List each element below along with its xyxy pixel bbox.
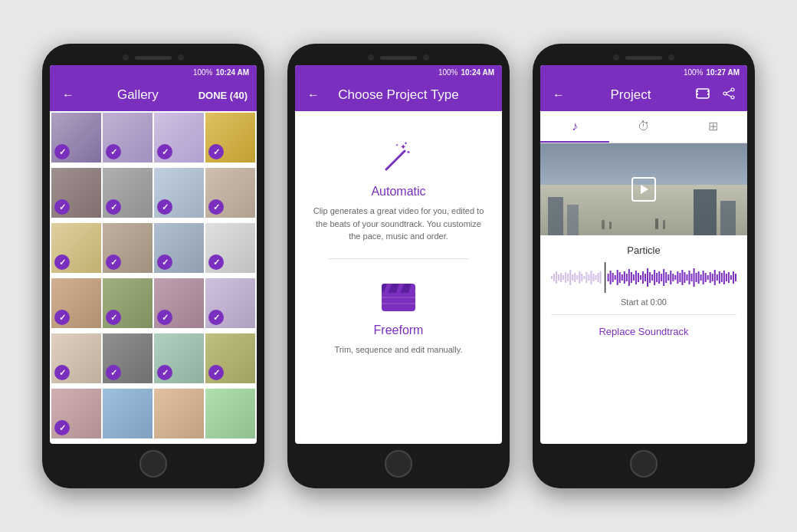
done-button[interactable]: DONE (40) <box>198 90 248 101</box>
svg-rect-106 <box>728 272 730 283</box>
check-icon-7 <box>157 199 172 215</box>
svg-rect-105 <box>726 274 727 281</box>
gallery-cell-11[interactable] <box>154 223 204 273</box>
back-button-2[interactable]: ← <box>304 88 323 102</box>
svg-rect-56 <box>612 273 614 282</box>
tab-clock[interactable]: ⏱ <box>609 111 678 143</box>
svg-rect-34 <box>558 274 559 281</box>
freeform-option[interactable]: Freeform Trim, sequence and edit manuall… <box>310 262 487 369</box>
back-button-1[interactable]: ← <box>59 88 77 102</box>
svg-rect-14 <box>697 90 698 92</box>
svg-rect-92 <box>696 273 697 282</box>
check-icon-17 <box>54 365 70 380</box>
svg-rect-17 <box>707 94 709 95</box>
check-icon-12 <box>208 255 224 270</box>
svg-rect-28 <box>609 222 612 229</box>
phone-3-camera-2 <box>668 54 674 61</box>
phone-3-header: ← Project <box>540 79 747 111</box>
header-actions <box>694 87 738 103</box>
start-time-label: Start at 0:00 <box>551 297 736 307</box>
share-icon[interactable] <box>720 87 738 103</box>
gallery-cell-3[interactable] <box>154 113 204 163</box>
gallery-cell-10[interactable] <box>103 223 153 273</box>
film-icon[interactable] <box>694 88 712 102</box>
phone-3-home-button[interactable] <box>630 450 658 478</box>
check-icon-6 <box>106 199 121 215</box>
svg-text:✦: ✦ <box>395 143 398 147</box>
freeform-description: Trim, sequence and edit manually. <box>335 343 463 356</box>
check-icon-3 <box>157 144 172 159</box>
phone-2-home-button[interactable] <box>385 450 412 478</box>
svg-rect-96 <box>705 273 707 282</box>
gallery-cell-7[interactable] <box>154 168 204 218</box>
gallery-cell-5[interactable] <box>51 168 101 218</box>
gallery-cell-6[interactable] <box>103 168 153 218</box>
gallery-cell-18[interactable] <box>103 333 153 383</box>
gallery-cell-20[interactable] <box>205 333 255 383</box>
film-strip-icon <box>696 88 710 99</box>
grid-icon: ⊞ <box>708 119 718 133</box>
phone-3: 100% 10:27 AM ← Project <box>533 44 755 488</box>
tab-grid[interactable]: ⊞ <box>678 111 747 143</box>
automatic-option[interactable]: ✦ ✦ ✦ ✦ Automatic Clip generates a great… <box>310 123 487 255</box>
gallery-cell-22[interactable] <box>103 389 153 438</box>
svg-rect-91 <box>694 268 695 287</box>
gallery-cell-13[interactable] <box>51 278 101 328</box>
phone-1-home-button[interactable] <box>139 450 167 478</box>
svg-rect-100 <box>714 270 716 285</box>
svg-rect-101 <box>717 274 718 281</box>
phone-2: 100% 10:24 AM ← Choose Project Type ✦ ✦ <box>287 44 510 488</box>
phone-2-camera-2 <box>423 54 429 61</box>
svg-rect-48 <box>590 271 592 284</box>
gallery-cell-15[interactable] <box>154 278 204 328</box>
phone-3-time: 10:27 AM <box>706 68 740 77</box>
svg-rect-85 <box>679 273 681 282</box>
svg-rect-42 <box>576 275 578 280</box>
gallery-cell-14[interactable] <box>103 278 153 328</box>
gallery-cell-8[interactable] <box>205 168 255 218</box>
svg-rect-69 <box>642 271 644 284</box>
check-icon-10 <box>106 255 121 270</box>
svg-rect-94 <box>700 274 702 281</box>
svg-rect-5 <box>382 290 415 311</box>
gallery-cell-1[interactable] <box>51 113 101 163</box>
svg-rect-39 <box>569 270 571 285</box>
phone-1-camera-2 <box>178 54 184 61</box>
phone-1: 100% 10:24 AM ← Gallery DONE (40) <box>42 44 264 488</box>
back-button-3[interactable]: ← <box>549 88 568 102</box>
phone-2-battery: 100% <box>438 68 458 77</box>
svg-rect-87 <box>684 272 685 283</box>
project-type-content: ✦ ✦ ✦ ✦ Automatic Clip generates a great… <box>295 111 502 444</box>
gallery-cell-21[interactable] <box>51 389 101 438</box>
gallery-cell-17[interactable] <box>51 333 101 383</box>
replace-soundtrack-button[interactable]: Replace Soundtrack <box>551 320 736 343</box>
gallery-cell-2[interactable] <box>103 113 153 163</box>
svg-rect-50 <box>595 275 596 280</box>
gallery-cell-23[interactable] <box>154 389 204 438</box>
check-icon-9 <box>54 255 70 270</box>
gallery-cell-16[interactable] <box>205 278 255 328</box>
svg-rect-74 <box>654 270 655 285</box>
gallery-cell-19[interactable] <box>154 333 204 383</box>
svg-point-19 <box>723 92 726 95</box>
video-play-button[interactable] <box>631 177 656 202</box>
svg-rect-30 <box>663 220 665 229</box>
gallery-cell-9[interactable] <box>51 223 101 273</box>
waveform-container <box>551 262 736 293</box>
svg-rect-103 <box>721 273 723 282</box>
svg-rect-45 <box>583 276 585 279</box>
tab-music[interactable]: ♪ <box>540 111 609 143</box>
phone-1-header: ← Gallery DONE (40) <box>50 79 257 111</box>
svg-rect-89 <box>688 271 690 284</box>
svg-rect-24 <box>567 205 579 235</box>
check-icon-19 <box>157 365 172 380</box>
svg-rect-44 <box>581 274 582 281</box>
svg-rect-55 <box>610 271 612 284</box>
video-preview <box>540 143 747 235</box>
svg-rect-66 <box>635 271 637 284</box>
phone-1-bottom-bar <box>50 450 257 478</box>
gallery-cell-24[interactable] <box>205 389 255 438</box>
project-tabs: ♪ ⏱ ⊞ <box>540 111 747 143</box>
gallery-cell-4[interactable] <box>205 113 255 163</box>
gallery-cell-12[interactable] <box>205 223 255 273</box>
